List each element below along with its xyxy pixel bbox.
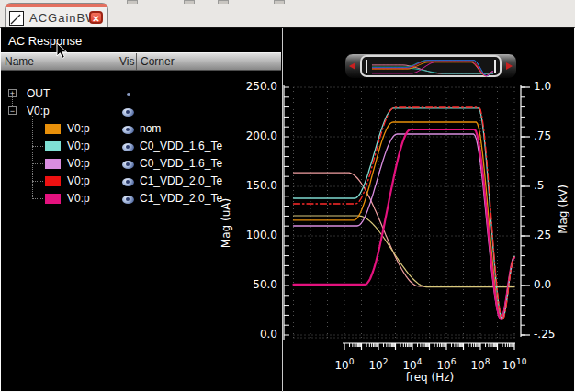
y-left-tick-label: 50.0 <box>235 278 277 291</box>
background-tab-nub <box>218 0 229 4</box>
tree-connector <box>32 146 43 148</box>
background-tab-nub <box>274 0 285 4</box>
y-left-tick-label: 200.0 <box>235 129 277 142</box>
tree-connector <box>32 129 43 130</box>
trace-v0-p-c1-vdd-2-0-magenta- <box>294 129 515 319</box>
scroll-left-arrow-icon[interactable] <box>349 62 355 70</box>
tree-connector <box>32 198 43 200</box>
x-tick-label: 1010 <box>494 357 535 372</box>
y-right-tick-label: 0.0 <box>534 278 574 291</box>
y-right-tick-label: .75 <box>534 129 574 142</box>
overview-thumb[interactable] <box>360 55 502 77</box>
thumb-grip-right[interactable] <box>494 60 496 73</box>
graph-window: AC Response Name Vis Corner +OUT−V0:pV0:… <box>0 27 575 392</box>
overview-mini-plot <box>372 58 493 78</box>
scroll-right-arrow-icon[interactable] <box>506 62 513 70</box>
y-left-tick-label: 0.0 <box>235 328 277 341</box>
tab-close-button[interactable]: ✕ <box>89 11 103 24</box>
y-right-tick-label: 1.0 <box>534 80 574 93</box>
background-tab-nub <box>184 0 195 4</box>
tree-connector <box>32 181 43 183</box>
x-axis-title: freq (Hz) <box>393 371 467 384</box>
plot-canvas[interactable] <box>1 28 575 392</box>
y-axis-right-title: Mag (kV) <box>557 182 569 237</box>
tab-bar: ACGainBW ✕ <box>0 0 575 27</box>
trace-falling-trace-salmon- <box>294 173 515 286</box>
tab-active-accent <box>6 4 107 7</box>
thumb-grip-left[interactable] <box>366 60 367 73</box>
background-tab-nub <box>127 0 138 4</box>
tree-connector <box>32 163 43 165</box>
trace-v0-p-nom-orange- <box>294 122 515 319</box>
tab-acgainbw[interactable]: ACGainBW ✕ <box>5 3 108 27</box>
y-left-tick-label: 150.0 <box>235 179 277 192</box>
mouse-cursor <box>56 42 69 61</box>
y-left-tick-label: 250.0 <box>235 80 277 93</box>
tab-title: ACGainBW <box>29 11 88 25</box>
graph-window-icon <box>9 11 24 26</box>
trace-falling-trace-khaki- <box>294 216 515 287</box>
y-right-tick-label: -.25 <box>534 328 574 341</box>
x-range-overview-scrollbar[interactable] <box>344 53 517 79</box>
y-axis-left-title: Mag (uA) <box>220 196 232 251</box>
y-left-tick-label: 100.0 <box>235 229 277 241</box>
